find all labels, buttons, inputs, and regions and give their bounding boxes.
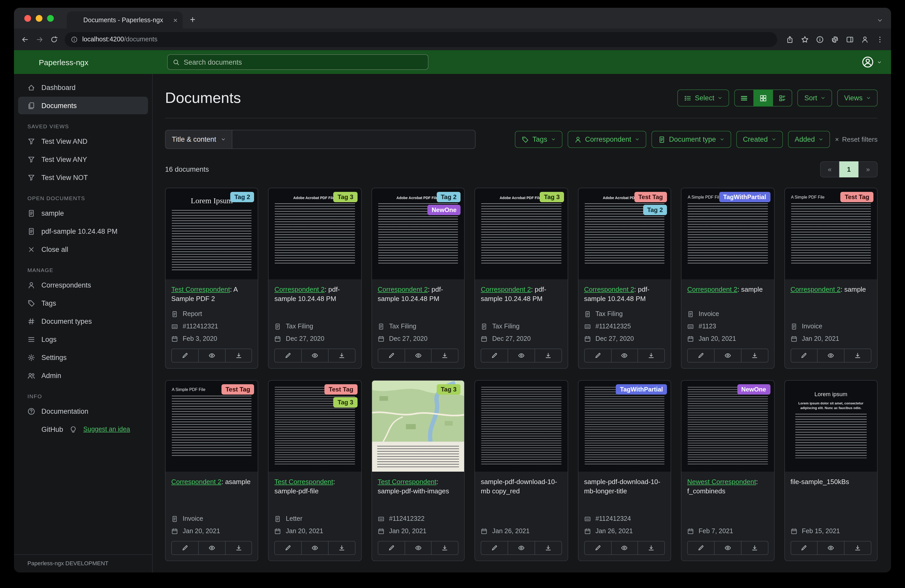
preview-button[interactable] [611, 541, 638, 555]
document-thumbnail[interactable]: Adobe Acrobat PDF FilesTag 3 [475, 188, 568, 279]
download-button[interactable] [431, 541, 459, 555]
open-document-sample[interactable]: sample [18, 204, 148, 222]
sidebar-item-dashboard[interactable]: Dashboard [18, 79, 148, 96]
previous-page-button[interactable]: « [820, 162, 839, 178]
app-brand[interactable]: Paperless-ngx [14, 56, 152, 68]
document-thumbnail[interactable]: Lorem IpsumTag 2 [165, 188, 258, 279]
download-button[interactable] [844, 541, 872, 555]
document-thumbnail[interactable]: Lorem ipsumLorem ipsum dolor sit amet, c… [785, 380, 877, 472]
filter-text-input[interactable] [232, 130, 476, 149]
tag-badge[interactable]: Test Tag [634, 192, 667, 202]
edit-button[interactable] [275, 349, 302, 363]
edit-button[interactable] [378, 541, 405, 555]
edit-button[interactable] [584, 541, 611, 555]
tag-badge[interactable]: NewOne [737, 384, 770, 395]
correspondent-link[interactable]: Correspondent 2 [481, 285, 531, 293]
document-thumbnail[interactable]: Adobe Acrobat PDF FilesTest TagTag 2 [578, 188, 671, 279]
tag-badge[interactable]: Test Tag [221, 384, 254, 395]
correspondent-link[interactable]: Correspondent 2 [171, 478, 221, 486]
reload-icon[interactable] [50, 35, 58, 43]
preview-button[interactable] [198, 349, 225, 363]
search-input[interactable] [184, 58, 423, 66]
browser-tab[interactable]: Documents - Paperless-ngx × [67, 11, 183, 29]
suggest-an-idea-link[interactable]: Suggest an idea [83, 426, 130, 433]
sidebar-item-documentation[interactable]: Documentation [18, 403, 148, 420]
edit-button[interactable] [481, 349, 508, 363]
document-thumbnail[interactable]: A Simple PDF FileTest Tag [785, 188, 877, 279]
view-list-button[interactable] [735, 89, 754, 106]
document-thumbnail[interactable]: NewOne [681, 380, 774, 472]
sidebar-item-admin[interactable]: Admin [18, 367, 148, 384]
tag-badge[interactable]: Tag 3 [437, 384, 461, 395]
sidebar-item-tags[interactable]: Tags [18, 294, 148, 312]
download-button[interactable] [741, 541, 768, 555]
share-icon[interactable] [786, 35, 794, 43]
filter-added-button[interactable]: Added [788, 131, 830, 148]
sidebar-item-settings[interactable]: Settings [18, 349, 148, 366]
tag-badge[interactable]: Tag 2 [230, 192, 254, 202]
minimize-window-button[interactable] [36, 15, 43, 22]
download-button[interactable] [431, 349, 459, 363]
fullscreen-window-button[interactable] [47, 15, 54, 22]
tab-search-icon[interactable] [877, 17, 883, 23]
document-thumbnail[interactable]: A Simple PDF FileTagWithPartial [681, 188, 774, 279]
bookmark-star-icon[interactable] [801, 35, 809, 43]
filter-created-button[interactable]: Created [736, 131, 783, 148]
preview-button[interactable] [817, 541, 845, 555]
edit-button[interactable] [791, 541, 818, 555]
tag-badge[interactable]: Test Tag [841, 192, 873, 202]
edit-button[interactable] [481, 541, 508, 555]
side-panel-icon[interactable] [846, 35, 854, 43]
download-button[interactable] [535, 541, 562, 555]
next-page-button[interactable]: » [859, 162, 878, 178]
preview-button[interactable] [404, 541, 432, 555]
saved-view-test-view-not[interactable]: Test View NOT [18, 169, 148, 186]
sidebar-item-logs[interactable]: Logs [18, 330, 148, 348]
saved-view-test-view-and[interactable]: Test View AND [18, 132, 148, 150]
tag-badge[interactable]: Test Tag [325, 384, 357, 395]
edit-button[interactable] [687, 349, 714, 363]
edit-button[interactable] [171, 349, 199, 363]
tag-badge[interactable]: NewOne [428, 205, 461, 215]
download-button[interactable] [638, 541, 665, 555]
download-button[interactable] [535, 349, 562, 363]
close-window-button[interactable] [24, 15, 31, 22]
tag-badge[interactable]: Tag 3 [333, 192, 357, 202]
view-grid-button[interactable] [754, 89, 773, 106]
edit-button[interactable] [791, 349, 818, 363]
preview-button[interactable] [198, 541, 225, 555]
download-button[interactable] [225, 541, 252, 555]
preview-button[interactable] [714, 349, 741, 363]
close-all-button[interactable]: Close all [18, 241, 148, 258]
preview-button[interactable] [301, 349, 329, 363]
back-icon[interactable] [21, 35, 29, 43]
document-thumbnail[interactable]: Adobe Acrobat PDF FilesTag 3 [269, 188, 361, 279]
tag-badge[interactable]: Tag 3 [333, 397, 357, 407]
preview-button[interactable] [508, 349, 535, 363]
global-search[interactable] [167, 54, 429, 70]
filter-document-type-button[interactable]: Document type [651, 131, 731, 148]
download-button[interactable] [225, 349, 252, 363]
view-detail-button[interactable] [773, 89, 792, 106]
tag-badge[interactable]: Tag 2 [437, 192, 461, 202]
filter-field-dropdown[interactable]: Title & content [165, 130, 232, 149]
correspondent-link[interactable]: Correspondent 2 [791, 285, 841, 293]
sidebar-item-github[interactable]: GitHubSuggest an idea [18, 420, 148, 438]
tab-close-icon[interactable]: × [173, 16, 178, 24]
reset-filters-button[interactable]: × Reset filters [835, 135, 878, 143]
document-thumbnail[interactable]: Test TagTag 3 [269, 380, 361, 472]
correspondent-link[interactable]: Correspondent 2 [687, 285, 737, 293]
correspondent-link[interactable]: Newest Correspondent [687, 478, 756, 486]
document-thumbnail[interactable]: A Simple PDF FileTest Tag [165, 380, 258, 472]
views-button[interactable]: Views [837, 89, 878, 106]
tag-badge[interactable]: TagWithPartial [616, 384, 667, 395]
sidebar-item-documents[interactable]: Documents [18, 97, 148, 114]
download-button[interactable] [844, 349, 872, 363]
tag-badge[interactable]: TagWithPartial [719, 192, 770, 202]
new-tab-button[interactable]: + [190, 14, 195, 25]
preview-button[interactable] [817, 349, 845, 363]
sidebar-item-document-types[interactable]: Document types [18, 312, 148, 330]
info-circle-icon[interactable] [816, 35, 824, 43]
address-bar[interactable]: localhost:4200/documents [65, 32, 777, 47]
edit-button[interactable] [687, 541, 714, 555]
